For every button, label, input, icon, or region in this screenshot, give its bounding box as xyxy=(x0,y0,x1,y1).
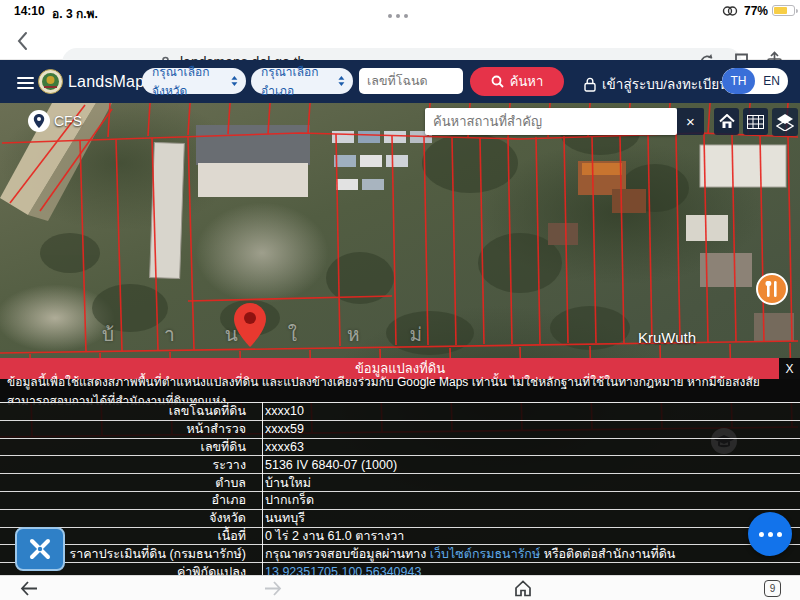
table-row: ตำบล บ้านใหม่ xyxy=(0,474,800,492)
tab-count-label: 9 xyxy=(770,583,776,594)
map-tools-button[interactable] xyxy=(15,527,65,571)
nav-back-icon[interactable] xyxy=(20,581,38,596)
battery-percent: 77% xyxy=(744,4,768,18)
map-grid-button[interactable] xyxy=(743,108,768,135)
row-value: กรุณาตรวจสอบข้อมูลผ่านทาง เว็บไซต์กรมธนา… xyxy=(254,544,800,564)
browser-chrome: landsmaps.dol.go.th xyxy=(0,22,800,60)
select-arrows-icon xyxy=(231,75,238,87)
parcel-table: เลขโฉนดที่ดิน xxxx10 หน้าสำรวจ xxxx59 เล… xyxy=(0,402,800,575)
search-button-label: ค้นหา xyxy=(510,71,543,92)
layers-icon xyxy=(776,113,794,131)
hotspot-icon xyxy=(722,5,738,17)
table-row: เนื้อที่ 0 ไร่ 2 งาน 61.0 ตารางวา xyxy=(0,528,800,546)
battery-tip xyxy=(796,9,798,13)
close-icon: × xyxy=(686,113,695,130)
deed-number-input[interactable] xyxy=(359,68,463,94)
lang-th-button[interactable]: TH xyxy=(722,68,755,94)
browser-bottom-bar: 9 xyxy=(0,575,800,600)
clock: 14:10 xyxy=(14,4,45,18)
table-row: เลขที่ดิน xxxx63 xyxy=(0,439,800,457)
table-divider xyxy=(262,402,263,575)
map-home-button[interactable] xyxy=(714,108,739,135)
contact-fab-button[interactable] xyxy=(748,512,792,556)
row-value: xxxx10 xyxy=(254,404,800,418)
row-value: xxxx59 xyxy=(254,422,800,436)
browser-back-icon[interactable] xyxy=(16,31,28,51)
area-watermark: บ้านใหม่ xyxy=(102,319,472,349)
row-value: xxxx63 xyxy=(254,440,800,454)
table-row: หน้าสำรวจ xxxx59 xyxy=(0,421,800,439)
login-label: เข้าสู่ระบบ/ลงทะเบียน xyxy=(602,73,728,95)
search-icon xyxy=(491,75,504,88)
multitask-dots-icon xyxy=(386,7,410,21)
clear-search-button[interactable]: × xyxy=(677,108,704,135)
dol-logo xyxy=(38,69,63,94)
login-link[interactable]: เข้าสู่ระบบ/ลงทะเบียน xyxy=(584,73,728,95)
district-dropdown[interactable]: กรุณาเลือกอำเภอ xyxy=(251,68,353,94)
cfs-label: CFS xyxy=(54,113,82,129)
province-dropdown-label: กรุณาเลือกจังหวัด xyxy=(152,62,231,100)
table-row: เลขโฉนดที่ดิน xxxx10 xyxy=(0,403,800,421)
language-toggle: TH EN xyxy=(722,68,788,94)
treasury-website-link[interactable]: เว็บไซต์กรมธนารักษ์ xyxy=(430,547,540,561)
province-dropdown[interactable]: กรุณาเลือกจังหวัด xyxy=(142,68,246,94)
tools-icon xyxy=(27,536,53,562)
appraisal-text-suffix: หรือติดต่อสำนักงานที่ดิน xyxy=(540,547,675,561)
table-row: อำเภอ ปากเกร็ด xyxy=(0,492,800,510)
table-row: ราคาประเมินที่ดิน (กรมธนารักษ์) กรุณาตรว… xyxy=(0,545,800,563)
table-row: ค่าพิกัดแปลง 13.92351705,100.56340943 xyxy=(0,563,800,575)
select-arrows-icon xyxy=(338,75,345,87)
row-value: 5136 IV 6840-07 (1000) xyxy=(254,458,800,472)
brand-title: LandsMaps xyxy=(68,73,153,91)
nav-home-icon[interactable] xyxy=(514,580,532,597)
home-map-icon xyxy=(719,114,735,129)
district-dropdown-label: กรุณาเลือกอำเภอ xyxy=(261,62,338,100)
table-row: ระวาง 5136 IV 6840-07 (1000) xyxy=(0,456,800,474)
disclaimer-bar: ข้อมูลนี้เพื่อใช้แสดงสภาพพื้นที่ตำแหน่งแ… xyxy=(0,379,800,402)
search-button[interactable]: ค้นหา xyxy=(470,67,564,96)
battery-icon xyxy=(772,5,795,16)
menu-icon[interactable] xyxy=(17,74,34,92)
lang-en-button[interactable]: EN xyxy=(755,68,788,94)
status-bar: 14:10 อ. 3 ก.พ. 77% xyxy=(0,0,800,22)
more-dots-icon xyxy=(759,532,764,537)
cfs-pin-icon xyxy=(27,109,51,133)
grid-icon xyxy=(747,115,764,129)
table-row: จังหวัด นนทบุรี xyxy=(0,510,800,528)
restaurant-poi-icon xyxy=(757,274,787,304)
appraisal-text-prefix: กรุณาตรวจสอบข้อมูลผ่านทาง xyxy=(265,547,430,561)
lock-icon xyxy=(584,77,596,92)
ipad-screen: 14:10 อ. 3 ก.พ. 77% landsmaps.dol.go.th xyxy=(0,0,800,600)
map-layers-button[interactable] xyxy=(772,108,798,136)
landsmaps-header: LandsMaps กรุณาเลือกจังหวัด กรุณาเลือกอำ… xyxy=(0,60,800,103)
tab-count-button[interactable]: 9 xyxy=(764,580,781,597)
nav-forward-icon[interactable] xyxy=(264,581,282,596)
parcel-coordinates-link[interactable]: 13.92351705,100.56340943 xyxy=(254,565,800,575)
place-search-input[interactable] xyxy=(425,108,677,135)
date: อ. 3 ก.พ. xyxy=(52,4,98,23)
place-watermark: KruWuth xyxy=(638,329,696,346)
